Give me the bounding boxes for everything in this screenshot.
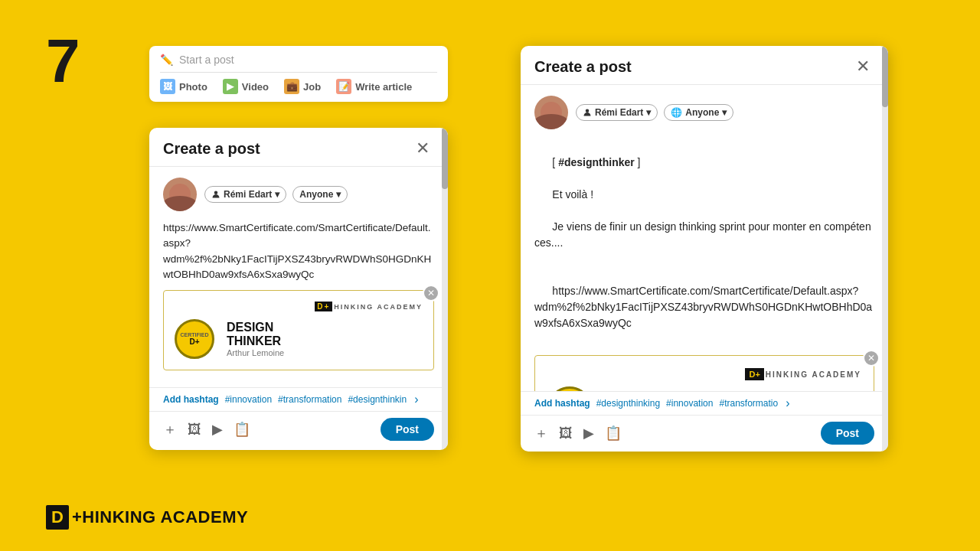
add-hashtag-large[interactable]: Add hashtag	[534, 398, 590, 409]
add-hashtag-small[interactable]: Add hashtag	[163, 394, 219, 405]
chevron-down-icon-audience-large: ▾	[722, 107, 727, 118]
cert-remove-button-large[interactable]: ✕	[863, 350, 880, 367]
d-plus-box-large: D+	[745, 368, 763, 380]
user-controls-small: Rémi Edart ▾ Anyone ▾	[204, 186, 348, 203]
audience-pill-small[interactable]: Anyone ▾	[292, 186, 348, 203]
create-post-modal-small: Create a post ✕ Rémi Edart ▾ Anyone ▾ ht…	[149, 128, 448, 450]
hashtag-innovation-large[interactable]: #innovation	[666, 398, 713, 409]
action-bar: 🖼 Photo ▶ Video 💼 Job 📝 Write article	[160, 79, 437, 94]
hashtag-more-small[interactable]: ›	[414, 393, 418, 406]
cert-brand-large: HINKING ACADEMY	[766, 370, 861, 379]
start-post-text[interactable]: Start a post	[179, 54, 234, 66]
hashtag-more-large[interactable]: ›	[786, 396, 789, 410]
hashtag-innovation-small[interactable]: #innovation	[225, 394, 272, 405]
modal-small-title: Create a post	[163, 140, 260, 158]
user-name-pill-small[interactable]: Rémi Edart ▾	[204, 186, 286, 203]
modal-small-body: Rémi Edart ▾ Anyone ▾ https://www.SmartC…	[149, 167, 448, 387]
document-icon-small[interactable]: 📋	[234, 421, 250, 438]
pencil-icon: ✏️	[160, 54, 173, 66]
scroll-thumb-small	[442, 128, 448, 189]
footer-branding: D +HINKING ACADEMY	[46, 505, 248, 530]
cert-name-small: Arthur Lemoine	[227, 348, 284, 357]
avatar-large	[534, 96, 568, 129]
add-icon-small[interactable]: ＋	[163, 420, 177, 439]
hashtag-designthinking-large[interactable]: #designthinking	[596, 398, 660, 409]
cert-card-small: D+ HINKING ACADEMY CERTIFIED D+ DESIGNTH…	[163, 290, 434, 370]
post-url-large: https://www.SmartCertificate.com/SmartCe…	[534, 285, 872, 329]
user-row-small: Rémi Edart ▾ Anyone ▾	[163, 178, 434, 211]
scroll-thumb-large	[882, 46, 888, 107]
step-number: 7	[46, 31, 80, 92]
add-icon-large[interactable]: ＋	[534, 424, 548, 442]
svg-point-0	[214, 191, 218, 195]
svg-point-1	[586, 109, 590, 113]
photo-label: Photo	[179, 81, 207, 93]
job-action[interactable]: 💼 Job	[284, 79, 321, 94]
job-label: Job	[303, 81, 321, 93]
brand-d-letter: D	[46, 505, 69, 530]
video-icon: ▶	[223, 79, 238, 94]
video-action[interactable]: ▶ Video	[223, 79, 269, 94]
cert-logo-area-small: D+ HINKING ACADEMY	[175, 302, 423, 311]
footer-icons-small: ＋ 🖼 ▶ 📋	[163, 420, 250, 439]
chevron-down-icon-small: ▾	[275, 189, 279, 200]
modal-small-header: Create a post ✕	[149, 128, 448, 167]
modal-large-close-button[interactable]: ✕	[851, 57, 874, 77]
user-name-pill-large[interactable]: Rémi Edart ▾	[576, 104, 658, 121]
image-icon-small[interactable]: 🖼	[188, 422, 201, 438]
user-row-large: Rémi Edart ▾ 🌐 Anyone ▾	[534, 96, 874, 129]
article-icon: 📝	[336, 79, 351, 94]
user-name-small: Rémi Edart	[224, 189, 272, 200]
post-line3: Je viens de finir un design thinking spr…	[534, 220, 871, 249]
scrollbar-large	[882, 46, 888, 452]
post-text-small[interactable]: https://www.SmartCertificate.com/SmartCe…	[163, 220, 434, 282]
cert-title-small: DESIGNTHINKER	[227, 321, 284, 348]
hashtag-row-small: Add hashtag #innovation #transformation …	[149, 387, 448, 411]
create-post-modal-large: Create a post ✕ Rémi Edart ▾ 🌐 Anyone ▾	[521, 46, 888, 452]
brand-text: +HINKING ACADEMY	[72, 507, 248, 527]
modal-large-header: Create a post ✕	[521, 46, 888, 85]
modal-large-title: Create a post	[534, 58, 632, 76]
modal-large-body: Rémi Edart ▾ 🌐 Anyone ▾ [ #designthinker…	[521, 85, 888, 391]
post-button-small[interactable]: Post	[381, 418, 434, 441]
image-icon-large[interactable]: 🖼	[559, 425, 573, 442]
cert-card-large: D+ HINKING ACADEMY CERTIFIED D+ DESIGNTH…	[534, 355, 874, 391]
audience-label-large: Anyone	[685, 107, 719, 118]
audience-label-small: Anyone	[299, 189, 333, 200]
cert-badge-large: CERTIFIED D+	[547, 386, 592, 391]
chevron-down-icon-audience-small: ▾	[336, 189, 341, 200]
article-action[interactable]: 📝 Write article	[336, 79, 412, 94]
globe-icon-large: 🌐	[671, 107, 682, 118]
hashtag-designthinker-tag: #designthinker	[558, 156, 635, 168]
cert-brand-small: HINKING ACADEMY	[334, 303, 423, 311]
post-line2: Et voilà !	[552, 188, 593, 201]
user-name-large: Rémi Edart	[595, 107, 643, 118]
article-label: Write article	[355, 81, 412, 93]
avatar-small	[163, 178, 197, 211]
cert-badge-small: CERTIFIED D+	[175, 319, 214, 359]
cert-remove-button-small[interactable]: ✕	[423, 285, 439, 302]
post-button-large[interactable]: Post	[821, 422, 874, 445]
video-icon-small[interactable]: ▶	[212, 421, 223, 438]
photo-action[interactable]: 🖼 Photo	[160, 79, 207, 94]
audience-pill-large[interactable]: 🌐 Anyone ▾	[664, 104, 733, 121]
video-icon-large[interactable]: ▶	[583, 425, 594, 442]
chevron-down-icon-large: ▾	[646, 107, 651, 118]
post-text-large[interactable]: [ #designthinker ] Et voilà ! Je viens d…	[534, 139, 874, 347]
user-controls-large: Rémi Edart ▾ 🌐 Anyone ▾	[576, 104, 733, 121]
scrollbar-small	[442, 128, 448, 450]
modal-large-footer: ＋ 🖼 ▶ 📋 Post	[521, 415, 888, 452]
video-label: Video	[242, 81, 269, 93]
modal-small-footer: ＋ 🖼 ▶ 📋 Post	[149, 411, 448, 450]
footer-icons-large: ＋ 🖼 ▶ 📋	[534, 424, 622, 442]
hashtag-designthinkin-small[interactable]: #designthinkin	[348, 394, 407, 405]
d-plus-box-small: D+	[315, 302, 332, 311]
document-icon-large[interactable]: 📋	[605, 425, 622, 442]
hashtag-transformation-small[interactable]: #transformation	[278, 394, 341, 405]
hashtag-transformatio-large[interactable]: #transformatio	[719, 398, 778, 409]
hashtag-row-large: Add hashtag #designthinking #innovation …	[521, 391, 888, 415]
modal-small-close-button[interactable]: ✕	[411, 139, 434, 158]
linkedin-start-bar: ✏️ Start a post 🖼 Photo ▶ Video 💼 Job 📝 …	[149, 46, 448, 102]
photo-icon: 🖼	[160, 79, 175, 94]
job-icon: 💼	[284, 79, 299, 94]
